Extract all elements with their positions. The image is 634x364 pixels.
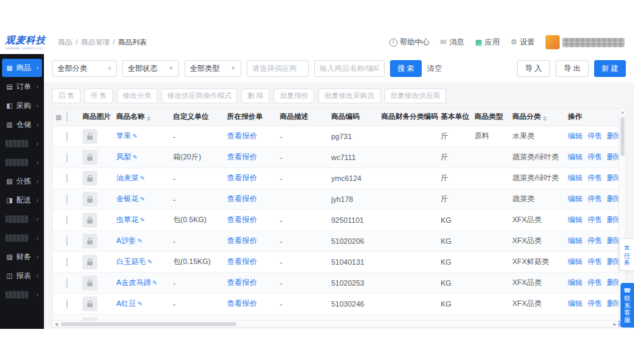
bulk-action-button[interactable]: 批量修改供应商 <box>385 88 447 103</box>
row-checkbox[interactable] <box>66 215 68 225</box>
table-header-cell[interactable]: 商品分类 <box>510 109 565 126</box>
sort-icon[interactable] <box>543 116 547 121</box>
view-quote-link[interactable]: 查看报价 <box>227 174 257 182</box>
bulk-action-button[interactable]: 启 售 <box>52 88 80 103</box>
apps-link[interactable]: ▦ 应用 <box>475 37 499 47</box>
breadcrumb-item[interactable]: 商品 <box>58 38 72 47</box>
product-name-link[interactable]: A红豆 <box>116 299 136 307</box>
sidebar-item-配送[interactable]: ◨配送› <box>2 191 42 209</box>
messages-link[interactable]: ✉ 消息 <box>441 37 464 47</box>
edit-link[interactable]: 编辑 <box>568 298 583 309</box>
edit-pencil-icon[interactable]: ✎ <box>147 259 153 265</box>
table-header-cell[interactable]: 商品名称 <box>114 109 170 126</box>
table-header-cell[interactable]: 操作 <box>565 109 623 126</box>
table-header-cell[interactable]: 商品财务分类编码 <box>379 109 438 126</box>
user-account[interactable] <box>545 35 625 49</box>
type-select[interactable]: 全部类型 ▼ <box>185 60 241 77</box>
edit-link[interactable]: 编辑 <box>568 152 583 162</box>
product-name-link[interactable]: 白玉菇毛 <box>116 257 146 265</box>
edit-pencil-icon[interactable]: ✎ <box>137 301 143 307</box>
edit-pencil-icon[interactable]: ✎ <box>140 196 145 203</box>
sidebar-item-仓储[interactable]: ▥仓储› <box>2 115 42 134</box>
stop-sale-link[interactable]: 停售 <box>587 152 602 162</box>
view-quote-link[interactable]: 查看报价 <box>227 215 257 224</box>
sidebar-item-redacted[interactable]: › <box>2 153 42 172</box>
stop-sale-link[interactable]: 停售 <box>587 131 602 141</box>
stop-sale-link[interactable]: 停售 <box>587 215 602 225</box>
row-checkbox[interactable] <box>66 153 68 162</box>
clear-button[interactable]: 清空 <box>427 63 442 74</box>
edit-link[interactable]: 编辑 <box>568 215 583 225</box>
edit-link[interactable]: 编辑 <box>568 194 583 204</box>
sort-icon[interactable] <box>147 116 151 121</box>
edit-link[interactable]: 编辑 <box>568 173 583 183</box>
sidebar-item-报表[interactable]: ◫报表› <box>2 267 42 285</box>
product-name-link[interactable]: 苹果 <box>116 132 131 140</box>
sidebar-item-分拣[interactable]: ▧分拣› <box>2 172 42 190</box>
stop-sale-link[interactable]: 停售 <box>587 278 602 288</box>
stop-sale-link[interactable]: 停售 <box>587 194 602 204</box>
edit-link[interactable]: 编辑 <box>568 236 583 246</box>
product-name-link[interactable]: 金银花 <box>116 194 139 203</box>
select-all-checkbox[interactable] <box>66 112 68 122</box>
view-quote-link[interactable]: 查看报价 <box>227 278 257 286</box>
scroll-up-icon[interactable]: ▲ <box>619 110 626 114</box>
edit-pencil-icon[interactable]: ✎ <box>140 217 145 224</box>
stop-sale-link[interactable]: 停售 <box>587 236 602 246</box>
bulk-action-button[interactable]: 停 售 <box>84 88 113 103</box>
edit-pencil-icon[interactable]: ✎ <box>137 238 143 244</box>
row-checkbox[interactable] <box>66 257 68 267</box>
clear-tag-icon[interactable]: × <box>107 65 112 72</box>
view-quote-link[interactable]: 查看报价 <box>227 257 257 265</box>
task-tab[interactable]: ≣ 任务 <box>619 238 634 271</box>
edit-pencil-icon[interactable]: ✎ <box>152 280 157 286</box>
bulk-action-button[interactable]: 修改供应商操作模式 <box>162 88 238 103</box>
bulk-action-button[interactable]: 批量报价 <box>274 88 314 103</box>
sidebar-item-redacted[interactable]: › <box>2 134 42 153</box>
product-name-link[interactable]: 虫草花 <box>116 215 139 224</box>
edit-pencil-icon[interactable]: ✎ <box>140 175 145 182</box>
horizontal-scrollbar[interactable]: ◀ ▶ <box>53 320 618 327</box>
edit-pencil-icon[interactable]: ✎ <box>132 133 138 140</box>
search-input[interactable] <box>320 64 379 72</box>
stop-sale-link[interactable]: 停售 <box>587 173 602 183</box>
row-checkbox[interactable] <box>66 236 68 246</box>
table-header-cell[interactable]: 所在报价单 <box>224 109 277 126</box>
product-name-link[interactable]: A沙姜 <box>116 236 136 244</box>
view-quote-link[interactable]: 查看报价 <box>227 132 257 140</box>
bulk-action-button[interactable]: 删 除 <box>241 88 270 103</box>
contact-service-tab[interactable]: ☎ 联系客服 <box>620 283 634 328</box>
sidebar-item-财务[interactable]: ▨财务› <box>2 248 42 266</box>
edit-link[interactable]: 编辑 <box>568 278 583 288</box>
export-button[interactable]: 导 出 <box>556 60 589 77</box>
product-name-link[interactable]: A去皮马蹄 <box>116 278 151 286</box>
breadcrumb-item[interactable]: 商品列表 <box>118 38 147 47</box>
create-button[interactable]: 新 建 <box>594 60 626 77</box>
bulk-action-button[interactable]: 批量修改采购员 <box>318 88 381 103</box>
vertical-scrollbar-thumb[interactable] <box>620 117 625 156</box>
table-header-cell[interactable]: 自定义单位 <box>170 109 224 126</box>
sidebar-item-采购[interactable]: ◧采购› <box>2 97 42 115</box>
row-checkbox[interactable] <box>66 132 68 141</box>
scroll-right-icon[interactable]: ▶ <box>613 321 616 326</box>
sidebar-item-redacted[interactable]: › <box>2 286 42 304</box>
view-quote-link[interactable]: 查看报价 <box>227 299 257 307</box>
sidebar-item-redacted[interactable]: › <box>2 210 42 228</box>
row-checkbox[interactable] <box>66 278 68 288</box>
edit-link[interactable]: 编辑 <box>568 257 583 267</box>
product-name-link[interactable]: 油麦菜 <box>116 174 139 182</box>
table-header-cell[interactable]: 基本单位 <box>438 109 472 126</box>
sidebar-item-商品[interactable]: ▦商品› <box>2 59 42 77</box>
edit-link[interactable]: 编辑 <box>568 131 583 141</box>
stop-sale-link[interactable]: 停售 <box>587 257 602 267</box>
table-header-cell[interactable]: 商品类型 <box>472 109 510 126</box>
status-select[interactable]: 全部状态 ▼ <box>122 60 179 77</box>
table-header-cell[interactable]: 商品描述 <box>277 109 328 126</box>
help-center-link[interactable]: ? 帮助中心 <box>389 37 430 47</box>
scroll-left-icon[interactable]: ◀ <box>55 321 58 326</box>
edit-pencil-icon[interactable]: ✎ <box>132 154 138 161</box>
sidebar-item-redacted[interactable]: › <box>2 229 42 247</box>
import-button[interactable]: 导 入 <box>517 60 550 77</box>
product-name-link[interactable]: 凤梨 <box>116 153 131 161</box>
bulk-action-button[interactable]: 修改分类 <box>117 88 157 103</box>
